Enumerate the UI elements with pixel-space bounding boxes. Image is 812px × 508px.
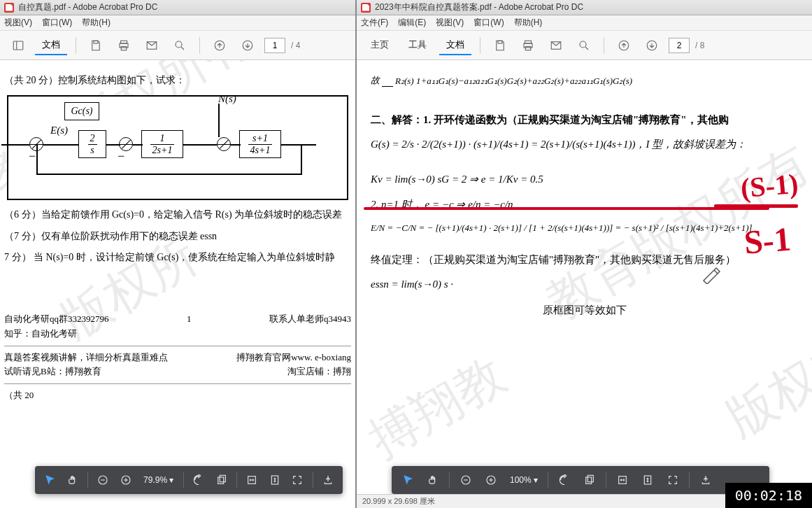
final-theorem: 终值定理：（正规购买渠道为淘宝店铺"搏翔教育"，其他购买渠道无售后服务） — [371, 251, 798, 268]
zoom-out-icon[interactable] — [94, 470, 113, 491]
footer-info: 自动化考研qq群3323927961联系人单老师q34943 知乎：自动化考研 … — [4, 312, 351, 403]
eq-Kv: Kv = lim(s→0) sG = 2 ⇒ e = 1/Kv = 0.5 — [371, 169, 798, 190]
next-page-icon[interactable] — [236, 34, 259, 57]
fit-width-icon[interactable] — [243, 470, 262, 491]
svg-rect-16 — [218, 477, 223, 484]
pdf-icon — [361, 3, 371, 13]
svg-point-25 — [580, 41, 586, 48]
left-float-toolbar: 79.9%▾ — [35, 466, 343, 494]
right-title: 2023年中科院自控真题答案.pdf - Adobe Acrobat Pro D… — [375, 1, 583, 13]
right-titlebar: 2023年中科院自控真题答案.pdf - Adobe Acrobat Pro D… — [357, 0, 812, 15]
fit-page-icon[interactable] — [266, 470, 285, 491]
cursor-icon[interactable] — [397, 470, 418, 491]
block-diagram: R(s) E(s) N(s) Gc(s) 2s 12s+1 s+14s+1 — [7, 95, 348, 200]
prev-page-icon[interactable] — [613, 34, 635, 57]
left-titlebar: 自控真题.pdf - Adobe Acrobat Pro DC — [0, 0, 355, 15]
doc-dimensions: 20.999 x 29.698 厘米 — [362, 496, 435, 507]
left-toolbar: 文档 / 4 — [0, 31, 355, 60]
menu-window[interactable]: 窗口(W) — [42, 17, 72, 29]
red-underline — [364, 207, 769, 210]
save-icon[interactable] — [489, 34, 511, 57]
hand-icon[interactable] — [64, 470, 83, 491]
eq-top: 故 R₂(s) 1+a₁₁G₁(s)−a₁₂a₂₁G₁(s)G₂(s)+a₂₂G… — [371, 71, 798, 90]
svg-rect-20 — [498, 41, 502, 43]
fit-width-icon[interactable] — [612, 470, 633, 491]
question-3: 7 分） 当 N(s)=0 时，设计给定前馈 Gc(s)，使系统在给定输入为单位… — [4, 250, 351, 265]
right-menubar: 文件(F) 编辑(E) 视图(V) 窗口(W) 帮助(H) — [357, 15, 812, 31]
mail-icon[interactable] — [141, 34, 163, 57]
page-input[interactable] — [669, 38, 690, 53]
separator — [76, 37, 76, 54]
separator — [199, 37, 200, 54]
mail-icon[interactable] — [545, 34, 567, 57]
left-document: 教育版权所有 版权所 （共 20 分）控制系统结构图如下，试求： R(s) E(… — [0, 60, 355, 508]
tab-home[interactable]: 主页 — [364, 36, 396, 55]
question-1: （6 分）当给定前馈作用 Gc(s)=0，给定输入信号 R(s) 为单位斜坡时的… — [4, 207, 351, 223]
fullscreen-icon[interactable] — [288, 470, 307, 491]
print-icon[interactable] — [113, 34, 135, 57]
page-total: / 4 — [291, 41, 300, 50]
menu-help[interactable]: 帮助(H) — [514, 17, 543, 29]
menu-help[interactable]: 帮助(H) — [82, 17, 111, 29]
search-icon[interactable] — [169, 34, 191, 57]
svg-line-8 — [181, 47, 184, 50]
page-input[interactable] — [264, 38, 285, 53]
page-total: / 8 — [695, 41, 704, 50]
question-2: （7 分）仅有单位阶跃扰动作用下的稳态误差 essn — [4, 229, 351, 244]
pdf-icon — [4, 3, 14, 13]
svg-rect-5 — [121, 46, 127, 50]
recording-timer: 00:02:18 — [725, 483, 812, 508]
save-icon[interactable] — [85, 34, 107, 57]
share-icon[interactable] — [695, 470, 716, 491]
print-icon[interactable] — [517, 34, 539, 57]
svg-rect-34 — [585, 477, 591, 484]
fit-page-icon[interactable] — [637, 470, 658, 491]
left-menubar: 视图(V) 窗口(W) 帮助(H) — [0, 15, 355, 31]
zoom-level[interactable]: 79.9%▾ — [139, 475, 178, 485]
svg-rect-0 — [13, 41, 23, 50]
handwriting-2: S-1 — [741, 205, 794, 276]
tab-tools[interactable]: 工具 — [401, 36, 434, 55]
zoom-in-icon[interactable] — [480, 470, 501, 491]
rotate-icon[interactable] — [554, 470, 575, 491]
section-2: 二、解答：1. 开环传递函数为（正规购买渠道为淘宝店铺"搏翔教育"，其他购 — [371, 111, 798, 128]
copies-icon[interactable] — [579, 470, 600, 491]
tab-docs[interactable]: 文档 — [35, 36, 67, 55]
right-float-toolbar: 100%▾ — [392, 466, 769, 494]
svg-rect-23 — [525, 46, 531, 50]
zoom-in-icon[interactable] — [117, 470, 136, 491]
tab-docs[interactable]: 文档 — [439, 36, 471, 55]
zoom-out-icon[interactable] — [455, 470, 476, 491]
svg-line-26 — [585, 47, 588, 50]
menu-file[interactable]: 文件(F) — [361, 17, 388, 29]
cursor-icon[interactable] — [41, 470, 59, 491]
svg-rect-35 — [587, 475, 593, 481]
copies-icon[interactable] — [213, 470, 232, 491]
zoom-level[interactable]: 100%▾ — [506, 475, 542, 485]
menu-view[interactable]: 视图(V) — [4, 17, 32, 29]
sidebar-toggle-icon[interactable] — [7, 34, 29, 57]
pencil-icon — [700, 263, 721, 284]
right-document: 教育版权所有 搏翔教 版权有 故 R₂(s) 1+a₁₁G₁(s)−a₁₂a₂₁… — [357, 60, 812, 508]
bottom-text: 原框图可等效如下 — [371, 302, 798, 318]
fullscreen-icon[interactable] — [662, 470, 683, 491]
menu-edit[interactable]: 编辑(E) — [398, 17, 426, 29]
hand-icon[interactable] — [422, 470, 443, 491]
question-intro: （共 20 分）控制系统结构图如下，试求： — [4, 73, 351, 88]
svg-rect-2 — [94, 41, 98, 43]
eq-EN: E/N = −C/N = − [(s+1)/(4s+1) · 2(s+1)] /… — [371, 219, 798, 237]
menu-window[interactable]: 窗口(W) — [473, 17, 504, 29]
eq-G: G(s) = 2/s · 2/(2(s+1)) · (s+1)/(4s+1) =… — [371, 134, 798, 155]
rotate-icon[interactable] — [190, 470, 208, 491]
svg-rect-17 — [220, 475, 225, 481]
right-toolbar: 主页 工具 文档 / 8 — [357, 31, 812, 60]
menu-view[interactable]: 视图(V) — [436, 17, 464, 29]
svg-point-7 — [176, 41, 182, 48]
prev-page-icon[interactable] — [208, 34, 231, 57]
left-title: 自控真题.pdf - Adobe Acrobat Pro DC — [18, 1, 157, 13]
next-page-icon[interactable] — [641, 34, 663, 57]
search-icon[interactable] — [573, 34, 595, 57]
eq-ess: essn = lim(s→0) s · — [371, 274, 798, 295]
share-icon[interactable] — [319, 470, 338, 491]
